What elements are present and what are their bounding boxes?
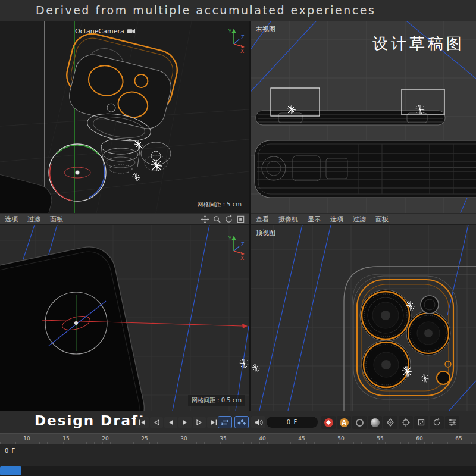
menu-view[interactable]: 查看 (256, 215, 269, 224)
next-key-button[interactable] (193, 416, 206, 428)
keyframe-mode-button[interactable] (234, 416, 249, 428)
viewport-top-view[interactable]: 顶视图 (251, 225, 476, 411)
current-frame-value: 0 F (287, 419, 298, 425)
keyframe-selection-icon (356, 419, 364, 427)
sphere-icon (371, 418, 380, 427)
grid-spacing-label: 网格间距 : 5 cm (193, 199, 245, 210)
axis-gizmo: Y X Z (227, 26, 246, 56)
menu-panel[interactable]: 面板 (375, 215, 389, 224)
camera-label-text: OctaneCamera (75, 27, 124, 35)
banner-title: Derived from multiple accumulated experi… (36, 4, 375, 17)
timeline-bar: Design Draft (0, 411, 476, 433)
autokey-icon: A (340, 418, 349, 427)
viewport-perspective[interactable]: OctaneCamera Y X Z 网格间距 : 5 cm (0, 21, 249, 213)
viewport-menubar-left: 选项 过滤 面板 (0, 213, 249, 225)
design-sketch-watermark: 设计草稿图 (372, 33, 465, 54)
grid-spacing-label: 网格间距 : 0.5 cm (188, 395, 245, 406)
goto-start-button[interactable] (136, 416, 149, 428)
ruler-tick: 65 (455, 436, 462, 441)
menu-display[interactable]: 显示 (308, 215, 321, 224)
top-banner: Derived from multiple accumulated experi… (0, 0, 476, 21)
play-icon (181, 419, 189, 426)
ruler-tick: 25 (141, 436, 148, 441)
camera-label[interactable]: OctaneCamera (75, 27, 136, 35)
camera-icon (127, 28, 136, 35)
design-draft-watermark: Design Draft (35, 413, 146, 428)
ruler-tick: 45 (298, 436, 305, 441)
axis-z-label: Z (241, 35, 245, 40)
parameter-sliders-icon (447, 418, 458, 427)
menu-options[interactable]: 选项 (330, 215, 343, 224)
timeline-scrollbar-thumb[interactable] (0, 466, 21, 475)
c4d-application-window: Derived from multiple accumulated experi… (0, 0, 476, 476)
back-view-scene-drawing (0, 225, 249, 411)
axis-x-label: X (240, 48, 244, 54)
set-key-button[interactable] (383, 416, 397, 429)
rotate-icon[interactable] (224, 215, 233, 224)
range-start-label: 0 F (5, 447, 15, 454)
axis-y-label: Y (228, 236, 231, 242)
next-key-icon (195, 419, 203, 426)
current-frame-slider[interactable]: 0 F (267, 416, 318, 428)
sound-icon (253, 419, 263, 426)
ruler-tick: 50 (337, 436, 344, 441)
viewport-menubar-right: 查看 摄像机 显示 选项 过滤 面板 (251, 213, 476, 225)
record-rotation-icon (431, 418, 442, 427)
ruler-tick: 30 (180, 436, 187, 441)
right-view-label: 右视图 (256, 25, 275, 34)
play-button[interactable] (178, 416, 192, 428)
record-parameter-button[interactable] (445, 416, 459, 429)
ruler-tick: 20 (102, 436, 108, 441)
sound-button[interactable] (251, 416, 265, 428)
record-keyframe-button[interactable] (321, 416, 336, 429)
record-scale-icon (416, 418, 427, 427)
play-backwards-icon (167, 419, 175, 426)
axis-x-label: X (240, 255, 244, 261)
ruler-tick: 40 (259, 436, 265, 441)
keying-controls: A (321, 416, 459, 429)
record-position-button[interactable] (399, 416, 413, 429)
autokey-button[interactable]: A (337, 416, 351, 429)
play-backwards-button[interactable] (164, 416, 177, 428)
set-key-icon (385, 418, 396, 427)
transport-controls (136, 416, 220, 428)
goto-start-icon (138, 419, 146, 426)
keyframe-mode-icon (237, 419, 246, 426)
top-view-scene-drawing (251, 225, 476, 411)
record-rotation-button[interactable] (430, 416, 444, 429)
timeline-ruler[interactable]: 10 15 20 25 30 35 40 45 50 55 60 65 (0, 433, 476, 444)
loop-icon (220, 419, 230, 426)
ruler-tick: 35 (220, 436, 226, 441)
maximize-icon[interactable] (236, 215, 245, 224)
previous-key-button[interactable] (150, 416, 163, 428)
menu-filter[interactable]: 过滤 (353, 215, 366, 224)
dolly-icon[interactable] (212, 215, 221, 224)
viewport-right-view[interactable]: 右视图 设计草稿图 (251, 21, 476, 213)
ruler-tick: 55 (377, 436, 383, 441)
pla-button[interactable] (368, 416, 382, 429)
axis-y-label: Y (228, 29, 231, 35)
keyframe-selection-button[interactable] (352, 416, 367, 429)
ruler-tick: 15 (62, 436, 69, 441)
record-icon (324, 418, 333, 427)
menu-options[interactable]: 选项 (5, 215, 18, 224)
previous-key-icon (152, 419, 161, 426)
ruler-tick: 60 (416, 436, 422, 441)
goto-end-icon (209, 419, 218, 426)
ruler-tick: 10 (23, 436, 30, 441)
pan-icon[interactable] (201, 215, 209, 224)
loop-playback-button[interactable] (218, 416, 232, 428)
record-scale-button[interactable] (414, 416, 428, 429)
record-position-icon (400, 418, 411, 427)
timeline-scrollbar-track[interactable] (0, 466, 476, 476)
axis-z-label: Z (241, 242, 245, 248)
axis-gizmo: Y X Z (227, 233, 246, 263)
menu-cameras[interactable]: 摄像机 (278, 215, 298, 224)
perspective-scene-drawing (0, 21, 249, 213)
menu-filter[interactable]: 过滤 (27, 215, 40, 224)
top-view-label: 顶视图 (256, 228, 275, 237)
menu-panel[interactable]: 面板 (50, 215, 63, 224)
viewport-back-view[interactable]: Y X Z 网格间距 : 0.5 cm (0, 225, 249, 411)
playback-option-controls (218, 416, 265, 428)
timeline-range-area: 0 F (0, 444, 476, 476)
